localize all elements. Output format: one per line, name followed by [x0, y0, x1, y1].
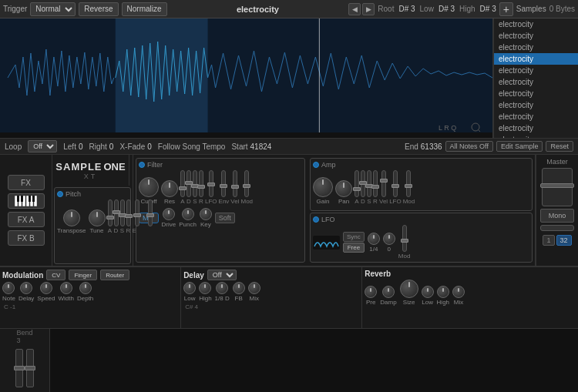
filter-vel-fader[interactable]	[233, 170, 237, 197]
mod-note-knob[interactable]	[2, 282, 15, 294]
mod-delay-knob-wrap: Delay	[18, 282, 34, 302]
gain-knob[interactable]	[313, 177, 333, 197]
modulation-panel: Modulation CV Finger Router Note Delay S…	[0, 267, 181, 328]
delay-mix-knob[interactable]	[248, 282, 260, 294]
mod-fader[interactable]	[26, 349, 34, 387]
master-num-32[interactable]: 32	[556, 235, 572, 246]
mod-depth-knob[interactable]	[79, 282, 92, 294]
delay-high-knob[interactable]	[199, 282, 211, 294]
sample-item[interactable]: electrocity	[494, 88, 578, 99]
master-h-fader[interactable]	[540, 225, 574, 231]
mono-button[interactable]: Mono	[540, 209, 574, 223]
delay-fb-knob[interactable]	[233, 282, 245, 294]
cutoff-knob[interactable]	[139, 177, 159, 197]
filter-mod-fader[interactable]	[244, 170, 249, 197]
sync-button[interactable]: Sync	[343, 232, 365, 242]
pitch-r-fader[interactable]	[126, 199, 131, 226]
reverb-low-knob[interactable]	[422, 286, 434, 298]
loop-mode-select[interactable]: Off	[28, 140, 57, 152]
res-knob[interactable]	[161, 180, 178, 197]
sample-item[interactable]: electrocity	[494, 122, 578, 134]
lfo-mod-fader[interactable]	[402, 225, 407, 252]
delay-low-knob[interactable]	[183, 282, 196, 294]
reset-button[interactable]: Reset	[546, 141, 573, 152]
filter-s-fader[interactable]	[193, 170, 197, 197]
normalize-button[interactable]: Normalize	[122, 2, 167, 16]
sample-item-selected[interactable]: electrocity	[494, 53, 578, 65]
delay-panel-header: Delay Off	[183, 270, 359, 280]
master-num-1[interactable]: 1	[543, 235, 554, 246]
bend-fader[interactable]	[15, 349, 23, 387]
fx-button[interactable]: FX	[8, 175, 45, 190]
mod-router-tab[interactable]: Router	[100, 270, 129, 280]
pitch-env-fader[interactable]	[135, 199, 139, 226]
master-controls: Master Mono 1 32	[536, 155, 578, 266]
amp-s-fader[interactable]	[367, 170, 371, 197]
sample-item[interactable]: electrocity	[494, 18, 578, 30]
reverb-pre-knob[interactable]	[365, 286, 377, 298]
mod-speed-knob[interactable]	[40, 282, 52, 294]
pitch-s-fader[interactable]	[120, 199, 125, 226]
lfo-depth-knob[interactable]	[383, 233, 395, 245]
edit-sample-button[interactable]: Edit Sample	[496, 141, 543, 152]
amp-lfo-fader[interactable]	[393, 170, 398, 197]
amp-vel-fader[interactable]	[381, 170, 386, 197]
punch-knob[interactable]	[182, 208, 194, 220]
reverse-button[interactable]: Reverse	[79, 2, 118, 16]
all-notes-off-button[interactable]: All Notes Off	[445, 141, 493, 152]
mod-delay-knob[interactable]	[20, 282, 32, 294]
amp-a-label: A	[355, 198, 358, 205]
pitch-lfo-fader[interactable]	[148, 199, 153, 226]
sample-item[interactable]: electrocity	[494, 76, 578, 88]
mod-note-label: Note	[2, 295, 15, 302]
sample-item[interactable]: electrocity	[494, 42, 578, 53]
piano-icon-button[interactable]	[8, 193, 45, 209]
piano-keyboard[interactable]: /* generated below */	[50, 329, 578, 392]
transpose-knob[interactable]	[63, 209, 80, 226]
filter-vel-fader-wrap: Vel	[230, 170, 239, 205]
sample-item[interactable]: electrocity	[494, 111, 578, 122]
amp-d-fader[interactable]	[361, 170, 365, 197]
soft-button[interactable]: Soft	[215, 213, 235, 223]
key-knob-wrap: Key	[200, 208, 212, 228]
reverb-size-knob[interactable]	[400, 280, 418, 298]
free-button[interactable]: Free	[343, 243, 365, 253]
prev-sample-arrow[interactable]: ◀	[348, 3, 361, 15]
fx-b-button[interactable]: FX B	[8, 230, 45, 246]
pitch-a-fader[interactable]	[108, 199, 113, 226]
delay-eighth-knob[interactable]	[216, 282, 228, 294]
key-knob[interactable]	[200, 208, 212, 220]
mod-width-knob[interactable]	[60, 282, 72, 294]
sample-item[interactable]: electrocity	[494, 99, 578, 111]
filter-d-fader[interactable]	[187, 170, 191, 197]
master-fader[interactable]	[542, 168, 573, 206]
waveform-display[interactable]: L R Q	[0, 18, 493, 138]
filter-lfo-fader[interactable]	[209, 170, 213, 197]
amp-r-fader[interactable]	[373, 170, 378, 197]
filter-env-fader[interactable]	[221, 170, 226, 197]
reverb-high-knob[interactable]	[437, 286, 449, 298]
filter-r-fader[interactable]	[199, 170, 203, 197]
sample-item[interactable]: electrocity	[494, 134, 578, 138]
trigger-mode-select[interactable]: Normal	[30, 2, 76, 16]
lfo-rate-knob[interactable]	[368, 233, 380, 245]
delay-mode-select[interactable]: Off	[207, 270, 237, 280]
reverb-damp-knob[interactable]	[382, 286, 395, 298]
reverb-mix-knob[interactable]	[452, 286, 465, 298]
fx-a-button[interactable]: FX A	[8, 212, 45, 227]
mod-finger-tab[interactable]: Finger	[69, 270, 97, 280]
tune-knob[interactable]	[89, 209, 106, 226]
transpose-label: Transpose	[57, 227, 86, 234]
sample-item[interactable]: electrocity	[494, 65, 578, 76]
drive-knob[interactable]	[163, 208, 175, 220]
add-sample-button[interactable]: +	[499, 2, 513, 16]
waveform-svg: L R Q	[0, 18, 492, 138]
pitch-d-fader[interactable]	[114, 199, 119, 226]
pan-knob[interactable]	[335, 180, 352, 197]
amp-mod-fader[interactable]	[406, 170, 411, 197]
filter-mod-fader-wrap: Mod	[240, 170, 253, 205]
xfade-label: X-Fade 0	[119, 142, 151, 151]
mod-cv-tab[interactable]: CV	[46, 270, 66, 280]
next-sample-arrow[interactable]: ▶	[362, 3, 375, 15]
sample-item[interactable]: electrocity	[494, 30, 578, 42]
